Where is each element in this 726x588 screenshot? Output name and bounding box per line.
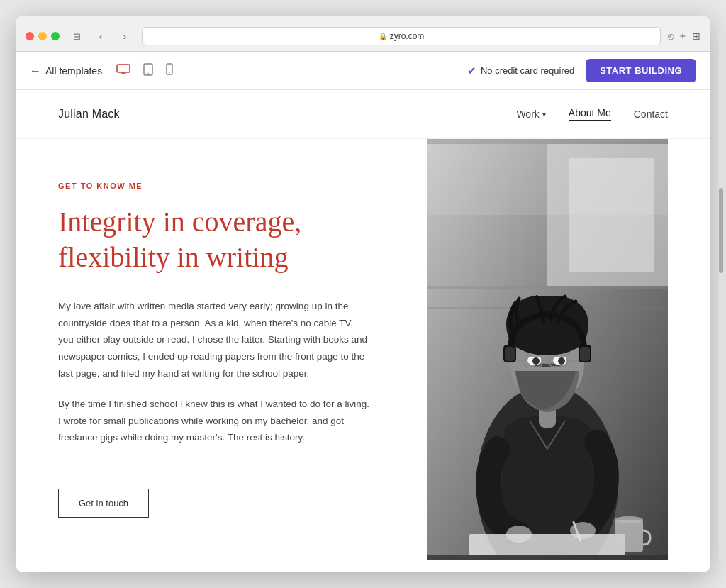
traffic-lights <box>26 32 60 40</box>
svg-rect-29 <box>505 347 515 361</box>
check-icon: ✔ <box>467 65 476 77</box>
grid-icon[interactable]: ⊞ <box>692 30 700 42</box>
nav-contact[interactable]: Contact <box>634 109 668 120</box>
svg-rect-0 <box>117 65 130 72</box>
tablet-icon[interactable] <box>140 62 156 80</box>
no-credit-label: No credit card required <box>481 65 574 76</box>
all-templates-label: All templates <box>45 65 102 77</box>
site-content: GET TO KNOW ME Integrity in coverage, fl… <box>16 139 710 560</box>
nav-work[interactable]: Work ▾ <box>516 109 545 120</box>
lock-icon: 🔒 <box>379 33 387 40</box>
browser-nav-controls: ⊞ ‹ › <box>67 28 135 44</box>
svg-point-20 <box>532 357 540 365</box>
site-nav: Julian Mack Work ▾ About Me Contact <box>16 90 710 139</box>
start-building-button[interactable]: START BUILDING <box>586 59 696 82</box>
address-bar[interactable]: 🔒 zyro.com <box>142 27 661 45</box>
browser-chrome: ⊞ ‹ › 🔒 zyro.com ⎋ ＋ ⊞ <box>16 16 710 52</box>
svg-point-4 <box>169 72 169 73</box>
toolbar-left: ← All templates <box>30 62 176 80</box>
svg-rect-31 <box>615 520 643 552</box>
main-heading: Integrity in coverage, flexibility in wr… <box>58 204 384 275</box>
svg-rect-8 <box>427 286 668 289</box>
toolbar-right: ✔ No credit card required START BUILDING <box>467 59 696 82</box>
share-icon[interactable]: ⎋ <box>668 30 674 42</box>
mobile-icon[interactable] <box>163 62 176 79</box>
content-right <box>427 139 668 560</box>
cta-button[interactable]: Get in touch <box>58 489 149 518</box>
svg-point-2 <box>147 72 149 74</box>
maximize-button[interactable] <box>51 32 60 40</box>
heading-line2: flexibility in writing <box>58 241 288 273</box>
address-bar-row: 🔒 zyro.com <box>142 27 661 45</box>
body-paragraph-1: My love affair with written media starte… <box>58 298 370 382</box>
desktop-icon[interactable] <box>113 62 133 79</box>
url-text: zyro.com <box>390 31 425 41</box>
section-label: GET TO KNOW ME <box>58 182 384 190</box>
back-arrow-icon: ← <box>30 65 41 77</box>
svg-point-32 <box>615 516 643 523</box>
browser-action-buttons: ⎋ ＋ ⊞ <box>668 30 700 43</box>
browser-window: ⊞ ‹ › 🔒 zyro.com ⎋ ＋ ⊞ ← Al <box>16 16 710 572</box>
heading-line1: Integrity in coverage, <box>58 206 301 238</box>
dropdown-arrow-icon: ▾ <box>542 111 546 118</box>
hero-photo <box>427 139 668 560</box>
new-tab-icon[interactable]: ＋ <box>678 30 688 43</box>
all-templates-link[interactable]: ← All templates <box>30 65 102 77</box>
site-logo: Julian Mack <box>58 108 120 121</box>
sidebar-toggle-icon[interactable]: ⊞ <box>67 28 86 44</box>
body-paragraph-2: By the time I finished school I knew thi… <box>58 396 370 446</box>
content-left: GET TO KNOW ME Integrity in coverage, fl… <box>16 139 427 560</box>
nav-links: Work ▾ About Me Contact <box>516 107 668 121</box>
template-toolbar: ← All templates <box>16 52 710 90</box>
svg-rect-35 <box>427 144 668 215</box>
device-icon-group <box>113 62 176 80</box>
nav-about[interactable]: About Me <box>569 107 611 121</box>
svg-point-21 <box>558 357 565 365</box>
back-browser-button[interactable]: ‹ <box>91 28 111 44</box>
forward-browser-button[interactable]: › <box>115 28 135 44</box>
svg-rect-30 <box>580 347 590 361</box>
close-button[interactable] <box>26 32 34 40</box>
minimize-button[interactable] <box>38 32 47 40</box>
no-credit-badge: ✔ No credit card required <box>467 65 574 77</box>
website-preview: Julian Mack Work ▾ About Me Contact GET … <box>16 90 710 572</box>
